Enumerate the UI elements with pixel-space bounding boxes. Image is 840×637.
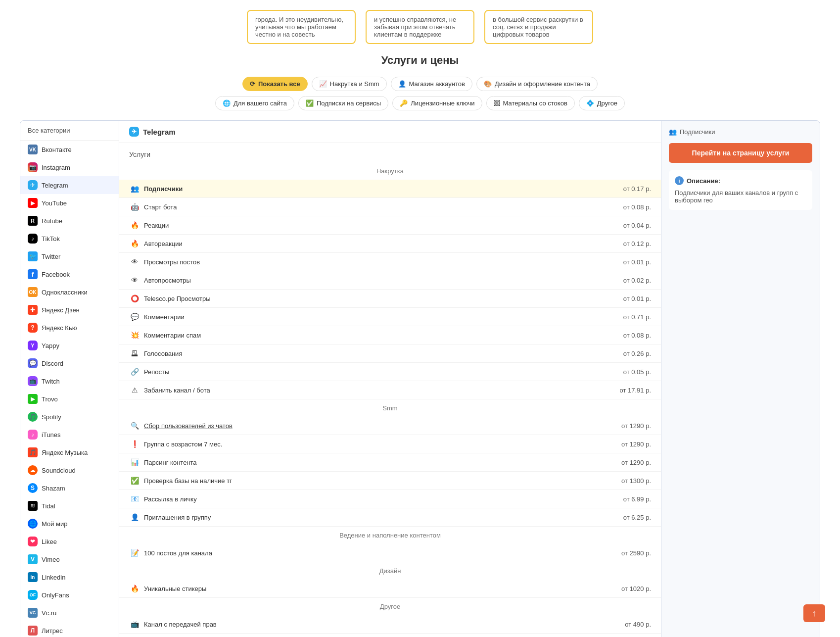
- service-row-stickers[interactable]: 🔥 Уникальные стикеры от 1020 р.: [119, 580, 661, 598]
- section-content-mgmt: Ведение и наполнение контентом: [119, 527, 661, 544]
- sidebar-item-discord[interactable]: 💬 Discord: [20, 354, 119, 372]
- service-row-parsing[interactable]: 📊 Парсинг контента от 1290 р.: [119, 453, 661, 472]
- sidebar-item-vcru[interactable]: VC Vc.ru: [20, 604, 119, 622]
- sidebar-item-soundcloud[interactable]: ☁ Soundcloud: [20, 461, 119, 479]
- likee-icon: ❤: [28, 537, 38, 546]
- sidebar-item-tidal[interactable]: ≋ Tidal: [20, 497, 119, 515]
- sidebar-item-tiktok[interactable]: ♪ TikTok: [20, 230, 119, 247]
- section-nakrutka: Накрутка: [119, 162, 661, 180]
- service-row-reactions[interactable]: 🔥 Реакции от 0.04 р.: [119, 216, 661, 235]
- service-row-autoviews[interactable]: 👁 Автопросмотры от 0.02 р.: [119, 271, 661, 290]
- fire-icon: 🔥: [129, 220, 140, 231]
- service-row-telesco[interactable]: ⭕ Telesco.pe Просмотры от 0.01 р.: [119, 290, 661, 308]
- service-row-votes[interactable]: 🗳 Голосования от 0.26 р.: [119, 344, 661, 363]
- sidebar-item-itunes[interactable]: ♪ iTunes: [20, 426, 119, 443]
- vk-icon: VK: [28, 145, 38, 154]
- sidebar-item-yandexq[interactable]: ? Яндекс Кью: [20, 319, 119, 337]
- facebook-icon: f: [28, 269, 38, 279]
- filter-btn-shop[interactable]: 👤 Магазин аккаунтов: [391, 77, 472, 91]
- sidebar: Все категории VK Вконтакте 📷 Instagram ✈…: [20, 121, 119, 637]
- sidebar-item-yandexmusic[interactable]: 🎵 Яндекс Музыка: [20, 443, 119, 461]
- sidebar-item-litres[interactable]: Л Литрес: [20, 622, 119, 637]
- sidebar-item-vk[interactable]: VK Вконтакте: [20, 141, 119, 158]
- site-icon: 🌐: [223, 99, 231, 107]
- sidebar-item-linkedin[interactable]: in Linkedin: [20, 568, 119, 586]
- sidebar-item-facebook[interactable]: f Facebook: [20, 265, 119, 283]
- sidebar-item-trovo[interactable]: ▶ Trovo: [20, 390, 119, 408]
- subscribers-icon: 👥: [129, 183, 140, 194]
- top-card-3: в большой сервис раскрутки в соц. сетях …: [484, 10, 593, 44]
- filter-btn-keys[interactable]: 🔑 Лицензионные ключи: [392, 96, 482, 110]
- yappy-icon: Y: [28, 341, 38, 350]
- right-panel-header: 👥 Подписчики: [669, 128, 812, 136]
- filter-btn-other[interactable]: 💠 Другое: [579, 96, 625, 110]
- sidebar-item-vimeo[interactable]: V Vimeo: [20, 550, 119, 568]
- vcru-icon: VC: [28, 608, 38, 618]
- filter-btn-materials[interactable]: 🖼 Материалы со стоков: [486, 96, 575, 110]
- filter-btn-design[interactable]: 🎨 Дизайн и оформление контента: [476, 77, 598, 91]
- main-grid: Все категории VK Вконтакте 📷 Instagram ✈…: [20, 120, 820, 637]
- service-row-100posts[interactable]: 📝 100 постов для канала от 2590 р.: [119, 544, 661, 562]
- sidebar-item-youtube[interactable]: ▶ YouTube: [20, 194, 119, 212]
- trovo-icon: ▶: [28, 394, 38, 404]
- onlyfans-icon: OF: [28, 590, 38, 600]
- sidebar-item-moimir[interactable]: 🌐 Мой мир: [20, 515, 119, 533]
- channel-icon: 📺: [129, 619, 140, 630]
- sidebar-item-telegram[interactable]: ✈ Telegram: [20, 176, 119, 194]
- right-panel: 👥 Подписчики Перейти на страницу услуги …: [661, 121, 820, 637]
- linkedin-icon: in: [28, 572, 38, 582]
- service-row-collect[interactable]: 🔍 Сбор пользователей из чатов от 1290 р.: [119, 417, 661, 435]
- service-row-viewsposts[interactable]: 👁 Просмотры постов от 0.01 р.: [119, 253, 661, 271]
- sidebar-item-shazam[interactable]: S Shazam: [20, 479, 119, 497]
- section-other: Другое: [119, 598, 661, 615]
- instagram-icon: 📷: [28, 162, 38, 172]
- sidebar-item-likee[interactable]: ❤ Likee: [20, 533, 119, 550]
- filter-btn-site[interactable]: 🌐 Для вашего сайта: [215, 96, 294, 110]
- share-icon: ⟳: [250, 80, 255, 88]
- service-row-invites[interactable]: 👤 Приглашения в группу от 6.25 р.: [119, 508, 661, 527]
- parse-icon: 📊: [129, 457, 140, 468]
- sidebar-item-twitch[interactable]: 📺 Twitch: [20, 372, 119, 390]
- service-row-ban[interactable]: ⚠ Забанить канал / бота от 17.91 р.: [119, 381, 661, 399]
- sidebar-item-spotify[interactable]: 🎵 Spotify: [20, 408, 119, 426]
- service-row-autoreactions[interactable]: 🔥 Автореакции от 0.12 р.: [119, 235, 661, 253]
- service-row-podpischiki[interactable]: 👥 Подписчики от 0.17 р.: [119, 180, 661, 198]
- sidebar-item-instagram[interactable]: 📷 Instagram: [20, 158, 119, 176]
- sidebar-item-yandexzen[interactable]: ✚ Яндекс Дзен: [20, 301, 119, 319]
- goto-service-button[interactable]: Перейти на страницу услуги: [669, 143, 812, 163]
- services-label: Услуги: [119, 143, 661, 162]
- spotify-icon: 🎵: [28, 412, 38, 422]
- sidebar-item-yappy[interactable]: Y Yappy: [20, 337, 119, 354]
- twitch-icon: 📺: [28, 376, 38, 386]
- sidebar-item-rutube[interactable]: R Rutube: [20, 212, 119, 230]
- service-row-commentsspam[interactable]: 💥 Комментарии спам от 0.08 р.: [119, 326, 661, 344]
- account-icon: 👤: [398, 80, 406, 88]
- sidebar-item-onlyfans[interactable]: OF OnlyFans: [20, 586, 119, 604]
- service-row-channel-transfer[interactable]: 📺 Канал с передачей прав от 490 р.: [119, 615, 661, 634]
- filter-btn-nakrutka[interactable]: 📈 Накрутка и Smm: [312, 77, 387, 91]
- filter-btn-subs[interactable]: ✅ Подписки на сервисы: [298, 96, 388, 110]
- moimir-icon: 🌐: [28, 519, 38, 529]
- autoview-icon: 👁: [129, 275, 140, 286]
- info-icon: i: [675, 176, 684, 185]
- filter-row-1: ⟳ Показать все 📈 Накрутка и Smm 👤 Магази…: [20, 77, 820, 91]
- service-row-oldgroup[interactable]: ❗ Группа с возрастом 7 мес. от 1290 р.: [119, 435, 661, 453]
- telegram-icon: ✈: [28, 180, 38, 190]
- sidebar-item-ok[interactable]: OK Одноклассники: [20, 283, 119, 301]
- tidal-icon: ≋: [28, 501, 38, 511]
- description-text: Подписчики для ваших каналов и групп с в…: [675, 189, 806, 204]
- other-icon: 💠: [586, 99, 594, 107]
- design-icon: 🎨: [484, 80, 492, 88]
- itunes-icon: ♪: [28, 430, 38, 440]
- service-row-reposts[interactable]: 🔗 Репосты от 0.05 р.: [119, 363, 661, 381]
- service-row-comments[interactable]: 💬 Комментарии от 0.71 р.: [119, 308, 661, 326]
- service-row-startbota[interactable]: 🤖 Старт бота от 0.08 р.: [119, 198, 661, 216]
- service-row-mailing[interactable]: 📧 Рассылка в личку от 6.99 р.: [119, 490, 661, 508]
- sidebar-item-twitter[interactable]: 🐦 Twitter: [20, 247, 119, 265]
- ok-icon: OK: [28, 287, 38, 297]
- scroll-top-button[interactable]: ↑: [803, 604, 825, 622]
- service-row-checkbase[interactable]: ✅ Проверка базы на наличие тг от 1300 р.: [119, 472, 661, 490]
- excl-icon: ❗: [129, 439, 140, 449]
- filter-btn-all[interactable]: ⟳ Показать все: [242, 77, 308, 91]
- eye-icon: 👁: [129, 256, 140, 267]
